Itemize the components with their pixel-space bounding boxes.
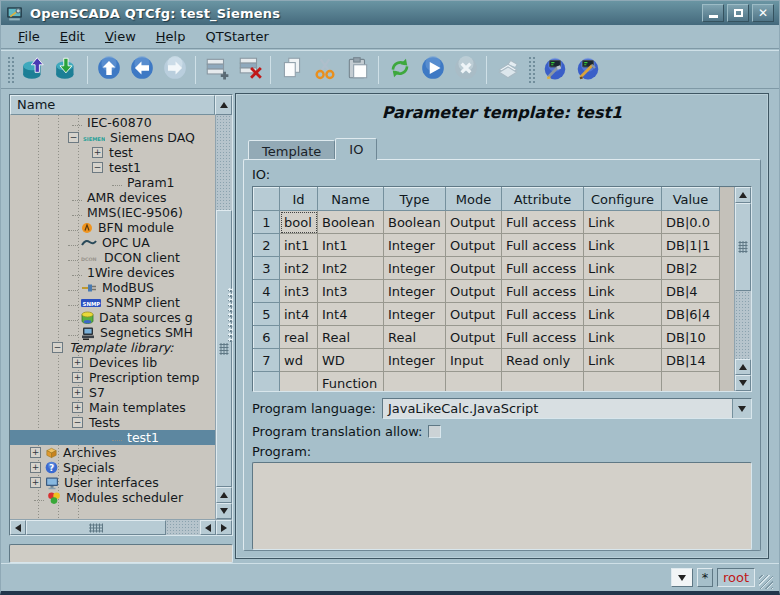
tree-column-header[interactable]: Name bbox=[10, 95, 215, 115]
load-from-db-button[interactable] bbox=[17, 53, 50, 86]
scrollbar-track[interactable] bbox=[166, 520, 200, 535]
tree-item-devices-lib[interactable]: +Devices lib bbox=[10, 355, 215, 370]
tree-item-bfn-module[interactable]: BFN module bbox=[10, 220, 215, 235]
table-cell[interactable]: Function bbox=[318, 372, 384, 393]
tree-item-archives[interactable]: +Archives bbox=[10, 445, 215, 460]
tree-item-amr-devices[interactable]: AMR devices bbox=[10, 190, 215, 205]
manual-button[interactable] bbox=[491, 53, 524, 86]
table-cell[interactable]: Int2 bbox=[318, 257, 384, 280]
tree-item-mms-iec-9506[interactable]: MMS(IEC-9506) bbox=[10, 205, 215, 220]
table-cell[interactable]: DB|10 bbox=[662, 326, 720, 349]
row-header[interactable]: 2 bbox=[254, 234, 280, 257]
tree-item-tests[interactable]: −Tests bbox=[10, 415, 215, 430]
row-header[interactable] bbox=[254, 372, 280, 393]
scroll-down-button[interactable] bbox=[735, 375, 751, 391]
stop-update-button[interactable] bbox=[449, 53, 482, 86]
start-periodic-update-button[interactable] bbox=[416, 53, 449, 86]
tree-item-specials[interactable]: +?Specials bbox=[10, 460, 215, 475]
table-cell[interactable]: Output bbox=[446, 211, 502, 234]
expand-icon[interactable]: + bbox=[72, 402, 83, 413]
table-cell[interactable]: Full access bbox=[502, 211, 584, 234]
scroll-left-button[interactable] bbox=[10, 520, 26, 535]
table-cell[interactable]: Read only bbox=[502, 349, 584, 372]
table-cell[interactable]: Link bbox=[584, 211, 662, 234]
title-bar[interactable]: OpenSCADA QTCfg: test_Siemens ✕ bbox=[1, 1, 779, 25]
table-cell[interactable]: Real bbox=[384, 326, 446, 349]
tree-item-template-library[interactable]: −Template library: bbox=[10, 340, 215, 355]
tree-item-test1[interactable]: −test1 bbox=[10, 160, 215, 175]
expand-icon[interactable]: + bbox=[30, 447, 41, 458]
cut-item-button[interactable] bbox=[308, 53, 341, 86]
table-cell[interactable]: Full access bbox=[502, 303, 584, 326]
statusbar-dropdown-button[interactable] bbox=[671, 568, 693, 587]
table-cell[interactable] bbox=[662, 372, 720, 393]
toolbar-handle[interactable] bbox=[6, 55, 14, 85]
close-button[interactable]: ✕ bbox=[752, 4, 774, 22]
tree-item-modbus[interactable]: ModBUS bbox=[10, 280, 215, 295]
row-header[interactable]: 7 bbox=[254, 349, 280, 372]
row-header[interactable]: 5 bbox=[254, 303, 280, 326]
qtstarter-qtvision-button[interactable] bbox=[571, 53, 604, 86]
table-cell[interactable]: DB|2 bbox=[662, 257, 720, 280]
go-up-button[interactable] bbox=[92, 53, 125, 86]
changes-indicator-button[interactable]: * bbox=[697, 568, 713, 587]
column-header-configure[interactable]: Configure bbox=[584, 188, 662, 211]
table-cell[interactable]: DB|1|1 bbox=[662, 234, 720, 257]
table-cell[interactable]: Link bbox=[584, 280, 662, 303]
table-cell[interactable]: Integer bbox=[384, 257, 446, 280]
collapse-icon[interactable]: − bbox=[52, 342, 63, 353]
scroll-left-button[interactable] bbox=[200, 520, 216, 535]
table-cell[interactable]: int4 bbox=[280, 303, 318, 326]
program-language-combobox[interactable]: JavaLikeCalc.JavaScript bbox=[382, 398, 752, 419]
table-cell[interactable]: Integer bbox=[384, 234, 446, 257]
table-cell[interactable]: Link bbox=[584, 326, 662, 349]
tree-item-siemens-daq[interactable]: −SIEMENSSiemens DAQ bbox=[10, 130, 215, 145]
tree-item-iec-60870[interactable]: IEC-60870 bbox=[10, 115, 215, 130]
table-cell[interactable]: Output bbox=[446, 234, 502, 257]
column-header-type[interactable]: Type bbox=[384, 188, 446, 211]
table-cell[interactable]: Input bbox=[446, 349, 502, 372]
tree-item-opc-ua[interactable]: OPC UA bbox=[10, 235, 215, 250]
table-cell[interactable]: Full access bbox=[502, 326, 584, 349]
table-cell[interactable] bbox=[280, 372, 318, 393]
table-cell[interactable]: Integer bbox=[384, 303, 446, 326]
menu-edit[interactable]: Edit bbox=[51, 27, 94, 46]
program-textarea[interactable] bbox=[252, 462, 752, 550]
row-header[interactable]: 4 bbox=[254, 280, 280, 303]
column-header-attribute[interactable]: Attribute bbox=[502, 188, 584, 211]
table-cell[interactable]: int3 bbox=[280, 280, 318, 303]
table-cell[interactable]: Link bbox=[584, 234, 662, 257]
tree-item-segnetics-smh[interactable]: Segnetics SMH bbox=[10, 325, 215, 340]
scroll-up-button[interactable] bbox=[735, 187, 751, 203]
table-cell[interactable]: bool bbox=[280, 211, 318, 234]
table-cell[interactable]: int1 bbox=[280, 234, 318, 257]
table-cell[interactable]: Real bbox=[318, 326, 384, 349]
column-header-name[interactable]: Name bbox=[318, 188, 384, 211]
menu-file[interactable]: File bbox=[9, 27, 49, 46]
table-cell[interactable] bbox=[384, 372, 446, 393]
copy-item-button[interactable] bbox=[275, 53, 308, 86]
combobox-drop-button[interactable] bbox=[732, 399, 751, 418]
table-cell[interactable] bbox=[584, 372, 662, 393]
table-cell[interactable]: Boolean bbox=[384, 211, 446, 234]
scrollbar-thumb[interactable] bbox=[735, 203, 751, 291]
scroll-up-button[interactable] bbox=[735, 359, 751, 375]
scrollbar-track[interactable] bbox=[735, 291, 751, 359]
resize-grip[interactable] bbox=[759, 575, 773, 589]
maximize-button[interactable] bbox=[727, 4, 749, 22]
paste-item-button[interactable] bbox=[341, 53, 374, 86]
expand-icon[interactable]: + bbox=[72, 357, 83, 368]
table-cell[interactable] bbox=[502, 372, 584, 393]
row-header[interactable]: 3 bbox=[254, 257, 280, 280]
tree-item-test1[interactable]: test1 bbox=[10, 430, 215, 445]
table-cell[interactable]: Output bbox=[446, 326, 502, 349]
tab-io[interactable]: IO bbox=[335, 138, 377, 160]
table-cell[interactable]: DB|0.0 bbox=[662, 211, 720, 234]
scrollbar-thumb[interactable] bbox=[26, 520, 166, 535]
table-cell[interactable]: Int3 bbox=[318, 280, 384, 303]
tab-template[interactable]: Template bbox=[248, 140, 335, 160]
tree-item-dcon-client[interactable]: DCONDCON client bbox=[10, 250, 215, 265]
go-next-button[interactable] bbox=[158, 53, 191, 86]
collapse-icon[interactable]: − bbox=[72, 417, 83, 428]
table-cell[interactable]: DB|6|4 bbox=[662, 303, 720, 326]
